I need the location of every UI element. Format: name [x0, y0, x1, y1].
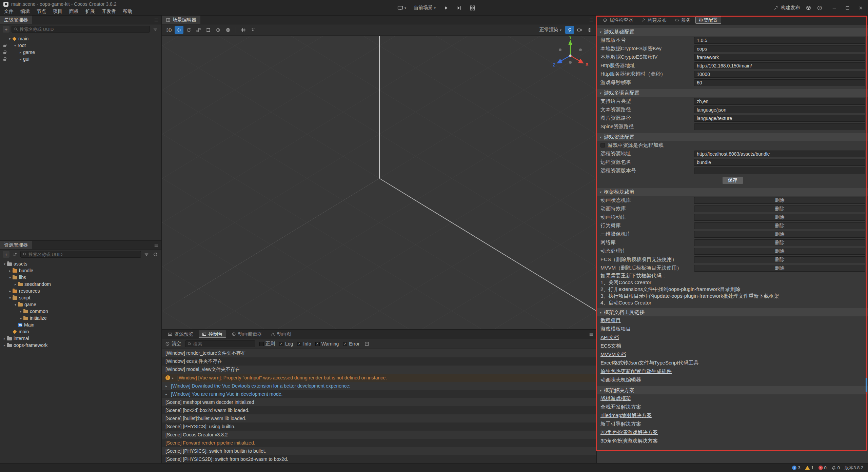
hierarchy-node-gui[interactable]: ▸gui [0, 56, 161, 62]
menu-item-5[interactable]: 扩展 [82, 8, 98, 15]
field-input[interactable] [694, 79, 865, 86]
field-input[interactable] [694, 37, 865, 44]
console-collapse-button[interactable] [363, 340, 370, 347]
expand-arrow[interactable]: ▸ [18, 310, 23, 313]
console-search-box[interactable] [185, 340, 255, 347]
filter-info-checkbox[interactable]: ✓Info [297, 341, 311, 347]
section-header[interactable]: ▾游戏资源配置 [597, 133, 868, 141]
field-input[interactable] [694, 98, 865, 105]
asset-node-seedrandom[interactable]: ▸seedrandom [0, 281, 161, 288]
doc-link[interactable]: 2D角色扮演游戏解决方案 [597, 428, 868, 437]
snap-magnet-button[interactable] [249, 26, 258, 34]
doc-link[interactable]: 全栈开发解决方案 [597, 403, 868, 411]
expand-arrow[interactable]: ▸ [7, 269, 13, 273]
console-log-row-13[interactable]: [Scene] [PHYSICS2D]: switch from box2d-w… [162, 455, 596, 463]
expand-arrow[interactable]: ▾ [7, 276, 13, 279]
doc-link[interactable]: 教程项目 [597, 316, 868, 325]
delete-button[interactable]: 删除 [694, 265, 865, 272]
section-header[interactable]: ▾框架模块裁剪 [597, 188, 868, 196]
tool-pivot-button[interactable] [214, 26, 223, 34]
minimize-button[interactable] [832, 5, 837, 11]
asset-node-resources[interactable]: ▸resources [0, 288, 161, 294]
console-log-row-11[interactable]: [Scene] Forward render pipeline initiali… [162, 439, 596, 447]
tool-scale-button[interactable] [194, 26, 203, 34]
assets-search-input[interactable] [28, 252, 139, 257]
delete-button[interactable]: 删除 [694, 231, 865, 238]
inspector-tab-0[interactable]: 属性检查器 [599, 17, 636, 24]
expand-caret[interactable]: ▸ [165, 392, 171, 396]
hierarchy-menu-button[interactable] [151, 16, 161, 24]
step-button[interactable] [454, 4, 464, 12]
console-log-row-9[interactable]: [Scene] [PHYSICS]: using builtin. [162, 422, 596, 431]
build-publish-button[interactable]: 构建发布 [774, 5, 800, 11]
scene-settings-button[interactable] [585, 26, 594, 34]
menu-item-6[interactable]: 开发者 [98, 8, 119, 15]
doc-link[interactable]: API文档 [597, 333, 868, 342]
delete-button[interactable]: 删除 [694, 256, 865, 263]
delete-button[interactable]: 删除 [694, 239, 865, 246]
expand-arrow[interactable]: ▸ [18, 316, 23, 320]
asset-node-game[interactable]: ▾game [0, 301, 161, 308]
asset-node-common[interactable]: ▸common [0, 308, 161, 315]
doc-link[interactable]: 动画状态机编辑器 [597, 376, 868, 384]
console-log-row-7[interactable]: [Scene] [box2d]:box2d wasm lib loaded. [162, 406, 596, 414]
console-log-row-0[interactable]: [Window] render_texture文件夹不存在 [162, 349, 596, 357]
hierarchy-search-box[interactable] [12, 26, 150, 33]
inspector-tab-1[interactable]: 构建发布 [638, 17, 670, 24]
doc-link[interactable]: MVVM文档 [597, 350, 868, 359]
console-tab-0[interactable]: 资源预览 [164, 331, 197, 338]
tool-rotate-button[interactable] [184, 26, 193, 34]
scene-light-button[interactable] [565, 26, 574, 34]
asset-node-assets[interactable]: ▾assets [0, 260, 161, 267]
expand-caret[interactable]: ▸ [165, 384, 171, 388]
field-input[interactable] [694, 71, 865, 78]
delete-button[interactable]: 删除 [694, 222, 865, 229]
console-clear-button[interactable]: 清空 [165, 341, 181, 347]
section-header[interactable]: ▾框架文档工具链接 [597, 308, 868, 316]
checkbox-unchecked[interactable] [259, 342, 264, 346]
assets-menu-button[interactable] [151, 241, 161, 249]
doc-link[interactable]: 新手引导解决方案 [597, 420, 868, 428]
field-input[interactable] [694, 115, 865, 122]
layout-button[interactable] [468, 4, 477, 12]
assets-sort-button[interactable] [12, 251, 18, 258]
regex-checkbox[interactable]: 正则 [259, 341, 275, 347]
checkbox-checked[interactable]: ✓ [343, 342, 347, 346]
doc-link[interactable]: Excel格式转Json文件与TypeScript代码工具 [597, 359, 868, 367]
field-input[interactable] [694, 106, 865, 113]
section-header[interactable]: ▾框架解决方案 [597, 386, 868, 394]
delete-button[interactable]: 删除 [694, 248, 865, 255]
doc-link[interactable]: 原生包热更新配置自动生成插件 [597, 367, 868, 376]
expand-arrow[interactable]: ▸ [2, 343, 7, 347]
asset-node-internal[interactable]: ▸internal [0, 335, 161, 342]
doc-link[interactable]: 战棋游戏框架 [597, 394, 868, 403]
menu-item-2[interactable]: 节点 [33, 8, 50, 15]
console-tab-3[interactable]: 动画图 [267, 331, 295, 338]
filter-warning-checkbox[interactable]: ✓Warning [315, 341, 339, 347]
expand-arrow[interactable]: ▾ [13, 303, 18, 307]
console-log-row-1[interactable]: [Window] ecs文件夹不存在 [162, 357, 596, 366]
console-log-row-4[interactable]: ▸[Window] Download the Vue Devtools exte… [162, 382, 596, 390]
scene-camera-button[interactable] [575, 26, 584, 34]
expand-caret[interactable]: ▸ [172, 376, 177, 380]
help-button[interactable]: ? [817, 5, 822, 11]
hierarchy-node-game[interactable]: ▸game [0, 49, 161, 56]
expand-arrow[interactable]: ▸ [7, 289, 13, 293]
console-log-row-12[interactable]: [Scene] [PHYSICS]: switch from builtin t… [162, 447, 596, 455]
filter-log-checkbox[interactable]: ✓Log [279, 341, 293, 347]
asset-node-initialize[interactable]: ▸initialize [0, 315, 161, 321]
assets-title-tab[interactable]: 资源管理器 [0, 241, 32, 249]
field-input[interactable] [694, 159, 865, 166]
doc-link[interactable]: ECS文档 [597, 342, 868, 350]
play-button[interactable] [441, 4, 451, 12]
expand-arrow[interactable]: ▸ [13, 282, 18, 286]
expand-arrow[interactable]: ▾ [7, 37, 12, 41]
doc-link[interactable]: 3D角色扮演游戏解决方案 [597, 437, 868, 445]
device-preview-dropdown[interactable]: ▾ [395, 4, 408, 12]
remote-load-checkbox[interactable] [600, 143, 605, 148]
inspector-scrollbar[interactable] [866, 378, 867, 392]
doc-link[interactable]: Tiledmap地图解决方案 [597, 411, 868, 420]
asset-node-main[interactable]: main [0, 328, 161, 335]
hierarchy-add-button[interactable]: + [3, 26, 9, 33]
console-tab-1[interactable]: 控制台 [199, 331, 226, 338]
